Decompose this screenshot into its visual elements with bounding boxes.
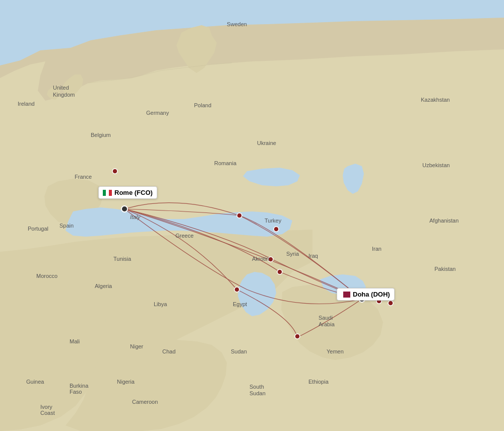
svg-text:Greece: Greece: [175, 233, 194, 239]
svg-text:Guinea: Guinea: [26, 379, 44, 385]
qatar-flag: [341, 292, 350, 298]
svg-text:Ireland: Ireland: [18, 101, 35, 107]
doha-label-text: Doha (DOH): [353, 291, 390, 298]
svg-text:Mali: Mali: [70, 338, 80, 344]
map-container: Sweden United Kingdom Ireland Belgium Ge…: [0, 0, 504, 431]
svg-text:Sweden: Sweden: [227, 21, 247, 27]
rome-label: Rome (FCO): [98, 186, 157, 199]
svg-text:Cameroon: Cameroon: [132, 399, 158, 405]
svg-point-7: [274, 227, 279, 232]
svg-text:United: United: [53, 85, 69, 91]
svg-point-11: [295, 334, 300, 339]
svg-point-13: [388, 301, 393, 306]
svg-text:Ivory: Ivory: [40, 404, 52, 410]
svg-text:Saudi: Saudi: [319, 315, 333, 321]
svg-text:Italy: Italy: [130, 214, 141, 220]
svg-text:Sudan: Sudan: [249, 390, 266, 396]
svg-text:Chad: Chad: [162, 348, 175, 354]
svg-text:Spain: Spain: [59, 223, 74, 229]
svg-text:France: France: [75, 174, 92, 180]
svg-text:Portugal: Portugal: [28, 226, 48, 232]
svg-text:Nigeria: Nigeria: [117, 379, 135, 385]
svg-point-14: [121, 206, 128, 212]
svg-text:Faso: Faso: [70, 389, 82, 395]
svg-text:Poland: Poland: [194, 102, 211, 108]
svg-text:Niger: Niger: [130, 343, 144, 349]
svg-text:Ukraine: Ukraine: [257, 140, 276, 146]
svg-point-10: [234, 287, 239, 292]
svg-text:Pakistan: Pakistan: [434, 266, 456, 272]
svg-text:Sudan: Sudan: [231, 348, 247, 354]
map-svg: Sweden United Kingdom Ireland Belgium Ge…: [0, 0, 504, 431]
svg-text:Germany: Germany: [146, 110, 169, 116]
doha-label: Doha (DOH): [337, 288, 395, 301]
svg-text:Syria: Syria: [286, 251, 299, 257]
svg-text:Tunisia: Tunisia: [113, 256, 132, 262]
svg-text:Algeria: Algeria: [95, 283, 112, 289]
svg-text:South: South: [249, 384, 264, 390]
svg-text:Afghanistan: Afghanistan: [429, 218, 459, 224]
rome-label-text: Rome (FCO): [114, 189, 153, 196]
svg-point-9: [277, 269, 282, 274]
svg-text:Libya: Libya: [154, 301, 167, 307]
svg-text:Iran: Iran: [372, 246, 382, 252]
svg-text:Burkina: Burkina: [70, 383, 89, 389]
italy-flag: [103, 190, 112, 196]
svg-text:Kingdom: Kingdom: [53, 92, 75, 98]
svg-text:Kazakhstan: Kazakhstan: [421, 97, 450, 103]
svg-text:Romania: Romania: [214, 160, 237, 166]
svg-text:Iraq: Iraq: [308, 253, 318, 259]
svg-text:Turkey: Turkey: [265, 218, 282, 224]
svg-text:Morocco: Morocco: [36, 273, 57, 279]
svg-text:Coast: Coast: [40, 410, 55, 416]
svg-text:Belgium: Belgium: [91, 132, 111, 138]
svg-text:Ethiopia: Ethiopia: [308, 379, 329, 385]
svg-text:Yemen: Yemen: [327, 348, 344, 354]
svg-text:Uzbekistan: Uzbekistan: [422, 162, 450, 168]
svg-point-6: [237, 213, 242, 218]
svg-point-5: [112, 169, 117, 174]
svg-text:Akrotiri: Akrotiri: [252, 256, 269, 262]
svg-text:Egypt: Egypt: [233, 301, 247, 307]
svg-text:Arabia: Arabia: [319, 321, 335, 327]
